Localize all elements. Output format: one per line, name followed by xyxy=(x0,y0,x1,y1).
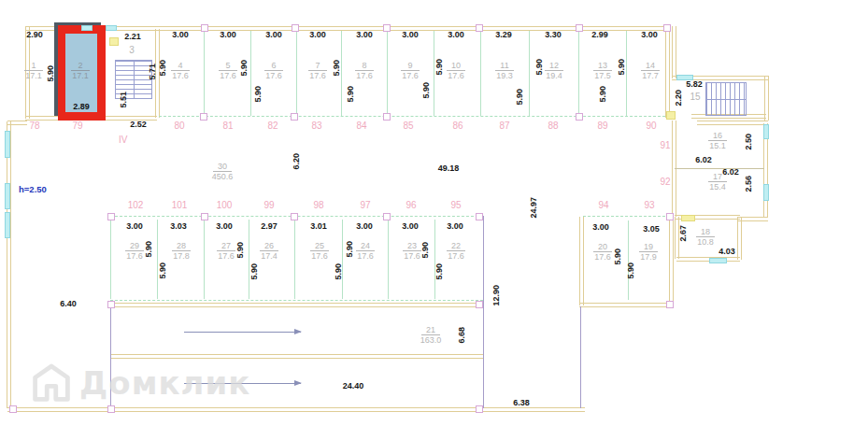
column-marker xyxy=(666,301,674,308)
dim-label: 2.97 xyxy=(250,221,288,231)
watermark-text: Домклик xyxy=(79,364,250,402)
unit-area: 17.6 xyxy=(440,251,472,261)
unit-front-line xyxy=(110,300,483,301)
grid-label-87: 87 xyxy=(493,121,516,131)
column-marker xyxy=(666,213,674,220)
dim-label: 5.71 xyxy=(148,64,157,80)
dim-label: 5.90 xyxy=(334,263,343,280)
dim-label: 6.02 xyxy=(687,155,720,164)
grid-label-100: 100 xyxy=(213,200,235,210)
unit-divider xyxy=(434,220,435,299)
column-marker xyxy=(383,113,391,121)
dim-label: 3.00 xyxy=(436,221,474,231)
section-label: IV xyxy=(119,135,127,145)
unit-number: 13 xyxy=(593,61,612,71)
watermark: Домклик xyxy=(31,362,250,404)
unit-20-label: 2017.6 xyxy=(587,242,619,262)
unit-29-label: 2917.6 xyxy=(119,241,150,261)
grid-label-80: 80 xyxy=(168,121,191,131)
unit-17-label: 1715.4 xyxy=(702,172,733,192)
unit-area: 17.6 xyxy=(349,71,380,80)
dim-label: 3.00 xyxy=(299,30,336,39)
unit-number: 17 xyxy=(708,172,727,182)
unit-24-label: 2417.6 xyxy=(349,241,381,261)
dim-label: 3.01 xyxy=(300,221,337,231)
unit-number: 1 xyxy=(24,61,43,71)
wall xyxy=(107,303,484,307)
unit-divider xyxy=(387,31,388,116)
dim-label: 2.50 xyxy=(744,134,753,150)
unit-divider xyxy=(250,31,251,116)
unit-divider xyxy=(341,31,342,116)
unit-number: 12 xyxy=(545,61,563,71)
unit-22-label: 2217.6 xyxy=(440,241,472,261)
unit-divider xyxy=(296,31,297,116)
window-mark xyxy=(106,25,117,31)
grid-label-84: 84 xyxy=(350,121,373,131)
dim-label: 2.56 xyxy=(744,176,753,192)
column-marker xyxy=(476,24,483,32)
unit-area: 450.6 xyxy=(206,172,238,181)
unit-area: 17.6 xyxy=(210,251,242,261)
direction-arrow-icon xyxy=(184,332,301,333)
dim-label: 2.21 xyxy=(114,32,151,41)
dim-label: 3.00 xyxy=(209,30,247,39)
column-marker xyxy=(292,24,299,32)
unit-divider xyxy=(204,31,205,116)
unit-26-label: 2617.4 xyxy=(253,241,285,261)
wall xyxy=(7,407,585,412)
dim-label: 5.90 xyxy=(346,86,355,103)
door-mark xyxy=(666,111,676,120)
unit-area: 17.9 xyxy=(633,252,664,262)
dim-label: 3.00 xyxy=(391,221,429,231)
unit-divider xyxy=(529,31,530,116)
unit-number: 19 xyxy=(639,242,658,252)
unit-11-label: 1119.3 xyxy=(489,61,520,80)
unit-divider xyxy=(249,220,249,299)
unit-21-label: 21163.0 xyxy=(415,325,447,345)
dim-label: 2.90 xyxy=(16,30,53,39)
dim-label: 4.03 xyxy=(710,247,744,256)
unit-area: 17.6 xyxy=(440,71,472,80)
unit-divider xyxy=(628,220,629,300)
dim-label: 5.90 xyxy=(253,86,263,103)
dim-label: 6.38 xyxy=(505,398,538,407)
unit-front-line xyxy=(583,216,670,217)
grid-label-95: 95 xyxy=(445,200,467,210)
column-marker xyxy=(476,405,483,413)
dim-label: 3.00 xyxy=(255,30,292,39)
column-marker xyxy=(107,213,115,220)
wall xyxy=(672,26,676,78)
dim-label: 3.00 xyxy=(582,222,619,232)
unit-2-label: 2 17.1 xyxy=(64,61,96,80)
unit-area: 17.6 xyxy=(587,252,619,262)
unit-number: 22 xyxy=(447,241,465,251)
wall xyxy=(580,306,581,408)
unit-10-label: 1017.6 xyxy=(440,61,472,80)
unit-number: 8 xyxy=(355,61,374,71)
floor-plan: 2 17.1 2.89 2.90 2.21 2.52 3.00 3.00 3.0… xyxy=(0,0,868,426)
unit-13-label: 1317.5 xyxy=(587,61,619,80)
unit-19-label: 1917.9 xyxy=(633,242,664,262)
grid-label-85: 85 xyxy=(397,121,420,131)
grid-label-90: 90 xyxy=(640,121,662,131)
unit-area: 17.8 xyxy=(165,251,197,261)
unit-divider xyxy=(388,220,389,299)
dim-label: 5.90 xyxy=(158,263,167,279)
unit-27-label: 2717.6 xyxy=(210,241,242,261)
unit-number: 20 xyxy=(593,242,612,252)
unit-area: 17.6 xyxy=(119,251,150,261)
grid-label-88: 88 xyxy=(542,121,564,131)
unit-area: 17.1 xyxy=(64,71,96,80)
unit-number: 21 xyxy=(421,325,440,335)
unit-area: 17.6 xyxy=(396,251,428,261)
unit-28-label: 2817.8 xyxy=(165,241,197,261)
grid-label-78: 78 xyxy=(23,121,46,131)
dim-label: 5.90 xyxy=(249,263,259,280)
grid-label-98: 98 xyxy=(307,200,330,210)
column-marker xyxy=(291,213,298,220)
unit-4-label: 417.6 xyxy=(164,61,196,80)
dim-label: 6.68 xyxy=(457,327,466,344)
unit-number: 7 xyxy=(308,61,327,71)
grid-label-99: 99 xyxy=(258,200,280,210)
